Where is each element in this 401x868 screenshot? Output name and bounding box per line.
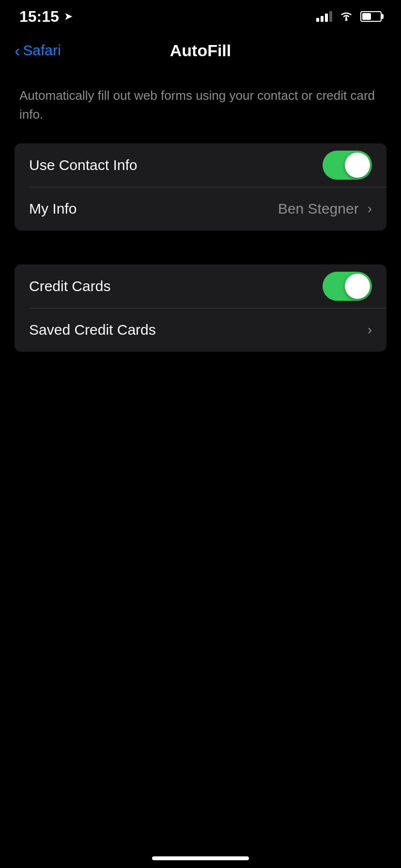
nav-bar: ‹ Safari AutoFill [0, 29, 401, 72]
use-contact-info-label: Use Contact Info [29, 157, 137, 173]
signal-bar-1 [316, 18, 319, 22]
my-info-row[interactable]: My Info Ben Stegner › [15, 187, 386, 231]
location-arrow-icon: ➤ [64, 10, 73, 23]
my-info-chevron-icon: › [368, 201, 372, 217]
saved-credit-cards-row[interactable]: Saved Credit Cards › [15, 308, 386, 352]
section-spacer [0, 245, 401, 264]
svg-point-0 [345, 19, 348, 21]
contact-info-group: Use Contact Info My Info Ben Stegner › [15, 143, 386, 231]
credit-cards-label: Credit Cards [29, 278, 110, 294]
description-section: Automatically fill out web forms using y… [0, 72, 401, 143]
battery-icon [360, 11, 382, 22]
my-info-value: Ben Stegner [278, 201, 359, 217]
signal-bar-4 [329, 11, 332, 22]
status-bar: 15:15 ➤ [0, 0, 401, 29]
toggle-knob [345, 153, 370, 178]
credit-cards-toggle-knob [345, 274, 370, 299]
my-info-right: Ben Stegner › [278, 201, 372, 217]
signal-bar-2 [321, 16, 324, 22]
my-info-label: My Info [29, 201, 77, 217]
saved-credit-cards-chevron-icon: › [368, 322, 372, 338]
signal-icon [316, 11, 332, 22]
saved-credit-cards-label: Saved Credit Cards [29, 322, 156, 338]
credit-cards-toggle[interactable] [323, 272, 372, 301]
saved-credit-cards-right: › [366, 322, 372, 338]
description-text: Automatically fill out web forms using y… [19, 86, 382, 124]
page-title: AutoFill [170, 41, 231, 60]
status-icons [316, 10, 382, 23]
use-contact-info-toggle[interactable] [323, 151, 372, 180]
credit-cards-group: Credit Cards Saved Credit Cards › [15, 264, 386, 352]
status-time: 15:15 ➤ [19, 8, 73, 26]
credit-cards-row: Credit Cards [15, 264, 386, 308]
back-chevron-icon: ‹ [15, 42, 20, 59]
signal-bar-3 [325, 14, 328, 22]
back-label: Safari [23, 42, 61, 59]
back-button[interactable]: ‹ Safari [15, 42, 61, 59]
use-contact-info-row: Use Contact Info [15, 143, 386, 187]
home-indicator [152, 856, 249, 860]
wifi-icon [339, 10, 354, 23]
time-label: 15:15 [19, 8, 59, 26]
